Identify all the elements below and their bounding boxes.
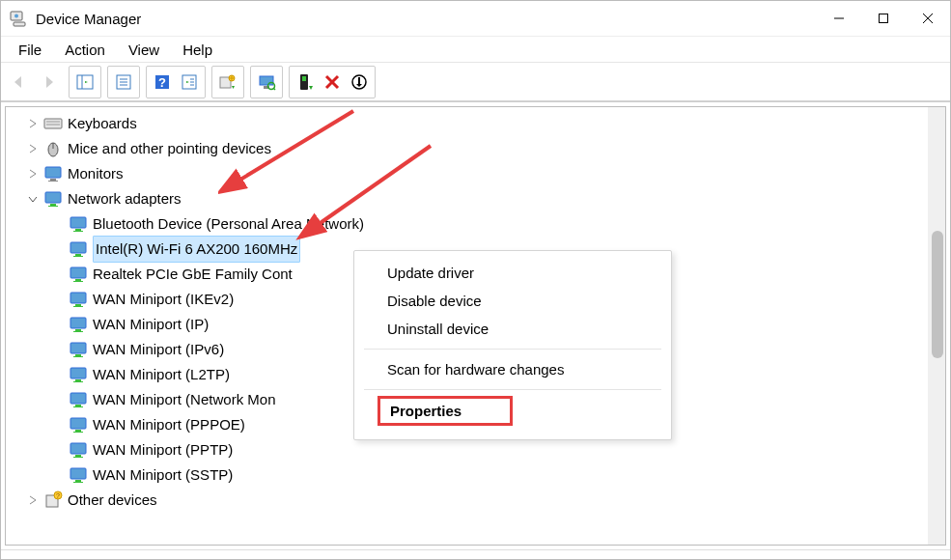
menubar: File Action View Help: [1, 36, 950, 63]
help-button[interactable]: ?: [149, 69, 176, 96]
tree-label: WAN Miniport (SSTP): [93, 462, 233, 488]
context-menu: Update driver Disable device Uninstall d…: [353, 250, 672, 440]
ctx-scan-hardware[interactable]: Scan for hardware changes: [354, 355, 671, 383]
chevron-down-icon[interactable]: [25, 191, 41, 207]
tree-label: Realtek PCIe GbE Family Cont: [93, 262, 293, 287]
svg-rect-64: [73, 406, 83, 407]
network-adapter-icon: [68, 264, 89, 285]
mouse-icon: [42, 138, 64, 159]
network-adapter-icon: [68, 289, 89, 310]
svg-rect-68: [70, 443, 86, 454]
svg-rect-57: [75, 354, 81, 356]
properties-button[interactable]: [110, 69, 137, 96]
ctx-properties[interactable]: Properties: [378, 396, 513, 426]
tree-node-mice[interactable]: Mice and other pointing devices: [12, 136, 939, 161]
monitor-icon: [42, 163, 64, 184]
svg-rect-62: [70, 393, 86, 404]
svg-rect-70: [73, 457, 83, 458]
network-adapter-icon: [68, 439, 89, 461]
separator: [364, 389, 661, 390]
svg-rect-30: [44, 119, 62, 128]
app-icon: [9, 9, 28, 28]
scan-hardware-button[interactable]: [253, 69, 280, 96]
maximize-button[interactable]: [861, 3, 906, 34]
svg-rect-53: [70, 318, 86, 328]
separator: [364, 349, 661, 350]
statusbar: [1, 549, 950, 559]
tree-label: WAN Miniport (IPv6): [93, 337, 224, 362]
uninstall-device-button[interactable]: [319, 69, 346, 96]
tree-node-wan-pptp[interactable]: WAN Miniport (PPTP): [12, 437, 939, 462]
svg-rect-46: [73, 256, 83, 257]
svg-rect-63: [75, 405, 81, 406]
device-tree-panel: Keyboards Mice and other pointing device…: [5, 106, 946, 546]
close-button[interactable]: [906, 3, 950, 34]
svg-point-2: [14, 14, 18, 18]
tree-label: WAN Miniport (IP): [93, 312, 209, 337]
tree-node-wan-sstp[interactable]: WAN Miniport (SSTP): [12, 462, 939, 488]
network-adapter-icon: [42, 188, 64, 210]
tree-node-bluetooth[interactable]: Bluetooth Device (Personal Area Network): [12, 211, 939, 237]
menu-file[interactable]: File: [7, 39, 53, 61]
svg-rect-59: [70, 368, 86, 378]
update-driver-button[interactable]: [214, 69, 241, 96]
svg-rect-49: [73, 281, 83, 282]
content-area: Keyboards Mice and other pointing device…: [1, 101, 950, 549]
chevron-right-icon[interactable]: [25, 492, 41, 508]
network-adapter-icon: [68, 389, 89, 410]
tree-label: WAN Miniport (PPTP): [93, 437, 233, 462]
ctx-uninstall-device[interactable]: Uninstall device: [354, 315, 671, 343]
svg-rect-1: [14, 22, 25, 26]
svg-rect-72: [75, 480, 81, 482]
svg-rect-37: [48, 181, 58, 182]
chevron-right-icon[interactable]: [25, 116, 41, 131]
svg-rect-36: [50, 179, 56, 181]
ctx-disable-device[interactable]: Disable device: [354, 287, 671, 315]
disable-device-button[interactable]: [346, 69, 373, 96]
tree-node-other-devices[interactable]: ? Other devices: [12, 488, 939, 513]
minimize-button[interactable]: [817, 3, 861, 34]
svg-rect-52: [73, 306, 83, 307]
other-devices-icon: ?: [42, 490, 64, 511]
svg-rect-39: [50, 204, 56, 206]
forward-button[interactable]: [36, 69, 61, 96]
ctx-update-driver[interactable]: Update driver: [354, 259, 671, 287]
svg-rect-35: [45, 167, 61, 178]
vertical-scrollbar[interactable]: [928, 107, 945, 545]
network-adapter-icon: [68, 414, 89, 435]
tree-label: WAN Miniport (PPPOE): [93, 412, 245, 437]
menu-view[interactable]: View: [117, 39, 171, 61]
tree-node-keyboards[interactable]: Keyboards: [12, 111, 939, 136]
enable-device-button[interactable]: [292, 69, 319, 96]
tree-node-monitors[interactable]: Monitors: [12, 161, 939, 186]
show-hide-tree-button[interactable]: [71, 69, 98, 96]
tree-label: WAN Miniport (IKEv2): [93, 287, 234, 312]
action-sheet-button[interactable]: [176, 69, 203, 96]
window-controls: [817, 3, 950, 34]
tree-label: WAN Miniport (L2TP): [93, 362, 230, 387]
tree-label: Mice and other pointing devices: [68, 136, 271, 161]
back-button[interactable]: [7, 69, 32, 96]
svg-rect-40: [48, 206, 58, 207]
menu-action[interactable]: Action: [53, 39, 117, 61]
network-adapter-icon: [68, 464, 89, 486]
svg-rect-38: [45, 192, 61, 203]
network-adapter-icon: [68, 213, 89, 235]
tree-label: Intel(R) Wi-Fi 6 AX200 160MHz: [93, 236, 300, 263]
chevron-right-icon[interactable]: [25, 166, 41, 182]
svg-rect-69: [75, 455, 81, 457]
chevron-right-icon[interactable]: [25, 141, 41, 156]
svg-rect-56: [70, 343, 86, 353]
tree-node-network-adapters[interactable]: Network adapters: [12, 186, 939, 211]
device-manager-window: Device Manager File Action View Help ?: [0, 0, 951, 560]
svg-rect-67: [73, 432, 83, 433]
svg-rect-73: [73, 482, 83, 483]
svg-rect-66: [75, 430, 81, 432]
network-adapter-icon: [68, 314, 89, 335]
svg-rect-60: [75, 379, 81, 381]
svg-rect-41: [70, 217, 86, 228]
menu-help[interactable]: Help: [171, 39, 224, 61]
toolbar: ?: [1, 63, 950, 101]
tree-label: Monitors: [68, 161, 124, 186]
scrollbar-thumb[interactable]: [932, 231, 943, 358]
